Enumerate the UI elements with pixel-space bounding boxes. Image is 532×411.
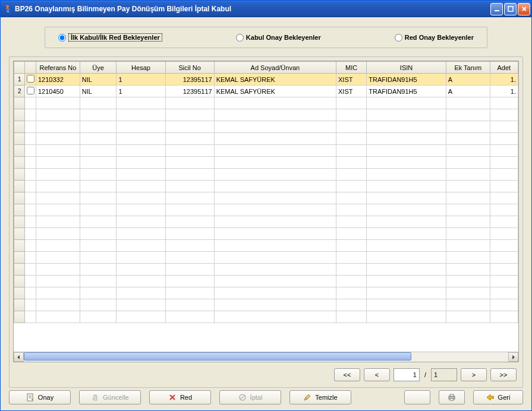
checkbox-header[interactable] xyxy=(25,62,36,74)
cell-sicil[interactable]: 12395117 xyxy=(165,74,214,86)
filter-option-2[interactable]: Kabul Onay Bekleyenler xyxy=(236,34,321,42)
table-row-empty xyxy=(14,287,518,299)
client-area: İlk Kabul/İlk Red Bekleyenler Kabul Onay… xyxy=(1,17,531,410)
pager-first-button[interactable]: << xyxy=(334,368,360,381)
maximize-button[interactable] xyxy=(504,3,517,15)
cell-mic[interactable]: XIST xyxy=(336,74,367,86)
col-ektanim[interactable]: Ek Tanım xyxy=(446,62,490,74)
onay-label: Onay xyxy=(38,394,53,401)
cell-referans[interactable]: 1210450 xyxy=(36,86,80,97)
row-number xyxy=(14,157,25,169)
col-referans[interactable]: Referans No xyxy=(36,62,80,74)
filter-radio-1[interactable] xyxy=(58,34,66,42)
print-button[interactable] xyxy=(439,390,465,404)
pager-next-button[interactable]: > xyxy=(461,368,487,381)
pager-page-input[interactable] xyxy=(394,368,420,381)
broom-icon xyxy=(303,393,311,401)
row-checkbox[interactable] xyxy=(27,75,34,83)
titlebar: BP26 Onaylanmış Bilinmeyen Pay Dönüşüm B… xyxy=(1,1,531,17)
cell-mic[interactable]: XIST xyxy=(336,86,367,97)
window-controls xyxy=(490,3,530,15)
grid-panel: Referans No Üye Hesap Sicil No Ad Soyad/… xyxy=(9,56,523,388)
col-adsoyad[interactable]: Ad Soyad/Ünvan xyxy=(214,62,336,74)
pager-last-button[interactable]: >> xyxy=(490,368,517,381)
cell-isin[interactable]: TRAFIDAN91H5 xyxy=(367,86,446,97)
row-number xyxy=(14,228,25,240)
cell-uye[interactable]: NIL xyxy=(80,86,117,97)
col-uye[interactable]: Üye xyxy=(80,62,117,74)
filter-label-2: Kabul Onay Bekleyenler xyxy=(246,34,321,41)
pager-slash: / xyxy=(424,371,426,378)
close-button[interactable] xyxy=(518,3,530,15)
row-checkbox-cell[interactable] xyxy=(25,86,36,97)
red-button[interactable]: Red xyxy=(149,390,211,404)
row-number xyxy=(14,252,25,264)
minimize-button[interactable] xyxy=(490,3,503,15)
row-number xyxy=(14,181,25,192)
rownum-header[interactable] xyxy=(14,62,25,74)
row-number xyxy=(14,145,25,157)
footer-toolbar: Onay Güncelle Red İptal Temizle xyxy=(9,388,523,404)
data-grid: Referans No Üye Hesap Sicil No Ad Soyad/… xyxy=(14,61,518,323)
table-row-empty xyxy=(14,240,518,252)
guncelle-label: Güncelle xyxy=(103,394,128,401)
cell-adsoyad[interactable]: KEMAL SAFYÜREK xyxy=(214,86,336,97)
filter-radio-3[interactable] xyxy=(395,34,402,42)
filter-option-1[interactable]: İlk Kabul/İlk Red Bekleyenler xyxy=(58,33,162,42)
pager-prev-button[interactable]: < xyxy=(364,368,390,381)
col-adet[interactable]: Adet xyxy=(490,62,518,74)
table-row-empty xyxy=(14,97,518,109)
blank-button[interactable] xyxy=(404,390,430,404)
temizle-button[interactable]: Temizle xyxy=(289,390,351,404)
document-icon xyxy=(26,393,34,401)
cell-hesap[interactable]: 1 xyxy=(117,86,165,97)
row-number xyxy=(14,109,25,121)
table-row-empty xyxy=(14,264,518,276)
horizontal-scrollbar[interactable] xyxy=(14,352,518,362)
window-root: BP26 Onaylanmış Bilinmeyen Pay Dönüşüm B… xyxy=(0,0,532,411)
row-number xyxy=(14,169,25,181)
cell-referans[interactable]: 1210332 xyxy=(36,74,80,86)
row-number xyxy=(14,287,25,299)
row-number xyxy=(14,192,25,204)
cell-adsoyad[interactable]: KEMAL SAFYÜREK xyxy=(214,74,336,86)
table-row-empty xyxy=(14,133,518,145)
cell-ektanim[interactable]: A xyxy=(446,74,490,86)
cell-isin[interactable]: TRAFIDAN91H5 xyxy=(367,74,446,86)
cell-adet[interactable]: 1. xyxy=(490,74,518,86)
svg-rect-6 xyxy=(450,394,454,396)
printer-icon xyxy=(448,393,456,401)
row-checkbox[interactable] xyxy=(27,87,34,94)
col-sicil[interactable]: Sicil No xyxy=(165,62,214,74)
col-hesap[interactable]: Hesap xyxy=(117,62,165,74)
scroll-left-button[interactable] xyxy=(14,352,24,362)
scroll-right-button[interactable] xyxy=(508,352,518,362)
row-number[interactable]: 2 xyxy=(14,86,25,97)
scroll-track[interactable] xyxy=(24,352,508,362)
table-row-empty xyxy=(14,109,518,121)
filter-label-1: İlk Kabul/İlk Red Bekleyenler xyxy=(68,33,162,42)
filter-option-3[interactable]: Red Onay Bekleyenler xyxy=(395,34,474,42)
cell-adet[interactable]: 1. xyxy=(490,86,518,97)
cell-hesap[interactable]: 1 xyxy=(117,74,165,86)
iptal-button[interactable]: İptal xyxy=(219,390,281,404)
onay-button[interactable]: Onay xyxy=(9,390,71,404)
col-mic[interactable]: MIC xyxy=(336,62,367,74)
cell-sicil[interactable]: 12395117 xyxy=(165,86,214,97)
grid-viewport[interactable]: Referans No Üye Hesap Sicil No Ad Soyad/… xyxy=(14,61,518,352)
scroll-thumb[interactable] xyxy=(24,352,411,361)
guncelle-button[interactable]: Güncelle xyxy=(79,390,141,404)
pager-total: 1 xyxy=(431,368,457,381)
table-row[interactable]: 11210332NIL112395117KEMAL SAFYÜREKXISTTR… xyxy=(14,74,518,86)
filter-radio-2[interactable] xyxy=(236,34,244,42)
table-row-empty xyxy=(14,311,518,323)
row-checkbox-cell[interactable] xyxy=(25,74,36,86)
row-number[interactable]: 1 xyxy=(14,74,25,86)
row-number xyxy=(14,121,25,133)
svg-rect-7 xyxy=(450,399,454,400)
cell-uye[interactable]: NIL xyxy=(80,74,117,86)
col-isin[interactable]: ISIN xyxy=(367,62,446,74)
cell-ektanim[interactable]: A xyxy=(446,86,490,97)
geri-button[interactable]: Geri xyxy=(473,390,523,404)
table-row[interactable]: 21210450NIL112395117KEMAL SAFYÜREKXISTTR… xyxy=(14,86,518,97)
